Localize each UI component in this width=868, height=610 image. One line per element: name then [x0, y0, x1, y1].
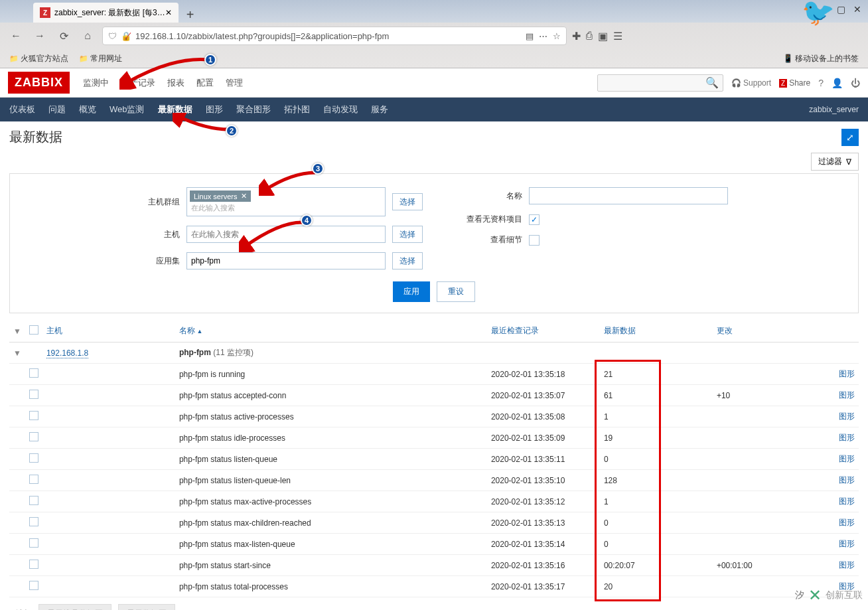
lastdata: 0 [600, 449, 713, 470]
nav-config[interactable]: 配置 [196, 77, 214, 89]
extension-icon[interactable]: ✚ [572, 30, 581, 42]
subnav-maps[interactable]: 拓扑图 [284, 104, 310, 115]
table-row: php-fpm status idle-processes 2020-02-01… [9, 427, 859, 449]
item-name: php-fpm status idle-processes [175, 427, 487, 449]
th-lastdata[interactable]: 最新数据 [604, 326, 636, 335]
nav-reports[interactable]: 报表 [167, 77, 184, 89]
url-bar[interactable]: 🛡 🔒̸ 192.168.1.10/zabbix/latest.php?grou… [102, 27, 567, 45]
nav-inventory[interactable]: 资产记录 [121, 77, 155, 89]
expand-button[interactable]: ⤢ [841, 129, 859, 146]
subnav-latestdata[interactable]: 最新数据 [158, 104, 192, 115]
th-name[interactable]: 名称 [179, 326, 195, 335]
checkbox-all[interactable] [25, 320, 42, 343]
host-link[interactable]: 192.168.1.8 [46, 348, 88, 358]
graph-link[interactable]: 图形 [839, 454, 855, 463]
row-checkbox[interactable] [29, 432, 38, 441]
filter-toggle[interactable]: 过滤器 ∇ [811, 153, 859, 171]
bookmark-star-icon[interactable]: ☆ [553, 31, 561, 41]
row-checkbox[interactable] [29, 581, 38, 590]
graph-link[interactable]: 图形 [839, 560, 855, 570]
data-table: ▼ 主机 名称 最近检查记录 最新数据 更改 ▼ 192.168.1.8 php… [9, 320, 859, 597]
subnav-discovery[interactable]: 自动发现 [323, 104, 358, 115]
library-icon[interactable]: ⎙ [586, 30, 593, 42]
subnav-overview[interactable]: 概览 [79, 104, 96, 115]
stacked-graph-button[interactable]: 显示堆叠数据图 [38, 604, 111, 610]
row-checkbox[interactable] [29, 517, 38, 526]
row-checkbox[interactable] [29, 368, 38, 378]
graph-button[interactable]: 显示数据图 [118, 604, 175, 610]
support-link[interactable]: 🎧 Support [731, 78, 771, 88]
change [713, 576, 799, 597]
bookmark-folder-2[interactable]: 常用网址 [79, 53, 122, 64]
browser-toolbar: ← → ⟳ ⌂ 🛡 🔒̸ 192.168.1.10/zabbix/latest.… [0, 23, 868, 49]
show-empty-checkbox[interactable]: ✓ [529, 214, 540, 225]
row-checkbox[interactable] [29, 475, 38, 484]
graph-link[interactable]: 图形 [839, 518, 855, 527]
table-row: php-fpm status accepted-conn 2020-02-01 … [9, 385, 859, 406]
select-hostgroup-button[interactable]: 选择 [392, 193, 423, 210]
select-application-button[interactable]: 选择 [392, 252, 423, 269]
subnav-problems[interactable]: 问题 [48, 104, 66, 115]
maximize-icon[interactable]: ▢ [837, 4, 845, 15]
close-window-icon[interactable]: ✕ [853, 4, 861, 15]
collapse-icon[interactable]: ▼ [13, 348, 21, 358]
new-tab-button[interactable]: + [186, 7, 194, 23]
browser-tab[interactable]: Z zabbix_server: 最新数据 [每3… ✕ [33, 3, 179, 23]
subnav-services[interactable]: 服务 [371, 104, 388, 115]
forward-button[interactable]: → [31, 27, 49, 45]
row-checkbox[interactable] [29, 496, 38, 505]
sidebar-icon[interactable]: ▣ [598, 30, 608, 42]
subnav-screens[interactable]: 聚合图形 [236, 104, 271, 115]
subnav-graphs[interactable]: 图形 [206, 104, 223, 115]
show-details-checkbox[interactable] [529, 235, 540, 246]
table-row: php-fpm status listen-queue-len 2020-02-… [9, 470, 859, 491]
select-host-button[interactable]: 选择 [392, 226, 423, 243]
main-nav: 监测中 资产记录 报表 配置 管理 [83, 77, 243, 89]
subnav-web[interactable]: Web监测 [109, 104, 145, 115]
more-icon[interactable]: ⋯ [539, 31, 547, 41]
graph-link[interactable]: 图形 [839, 475, 855, 485]
tab-title: zabbix_server: 最新数据 [每3… [54, 7, 165, 19]
user-icon[interactable]: 👤 [832, 78, 843, 88]
row-checkbox[interactable] [29, 453, 38, 463]
hostgroup-token[interactable]: Linux servers✕ [190, 191, 251, 202]
back-button[interactable]: ← [7, 27, 25, 45]
row-checkbox[interactable] [29, 411, 38, 420]
row-checkbox[interactable] [29, 390, 38, 399]
close-icon[interactable]: ✕ [241, 192, 247, 200]
graph-link[interactable]: 图形 [839, 390, 855, 400]
bookmark-folder-1[interactable]: 火狐官方站点 [9, 53, 68, 64]
name-input[interactable] [529, 187, 728, 204]
row-checkbox[interactable] [29, 538, 38, 548]
close-icon[interactable]: ✕ [165, 8, 172, 17]
share-link[interactable]: Share [779, 78, 810, 88]
graph-link[interactable]: 图形 [839, 433, 855, 442]
logout-icon[interactable]: ⏻ [851, 78, 860, 88]
nav-monitoring[interactable]: 监测中 [83, 77, 109, 89]
application-input[interactable] [186, 252, 386, 269]
search-input[interactable]: 🔍 [597, 74, 723, 92]
row-checkbox[interactable] [29, 560, 38, 569]
th-lastcheck[interactable]: 最近检查记录 [491, 326, 539, 335]
reload-button[interactable]: ⟳ [54, 27, 73, 45]
mobile-bookmarks[interactable]: 📱 移动设备上的书签 [783, 53, 859, 64]
reset-button[interactable]: 重设 [437, 281, 475, 302]
th-host[interactable]: 主机 [46, 326, 62, 335]
hostgroup-input[interactable]: Linux servers✕ 在此输入搜索 [186, 187, 386, 216]
apply-button[interactable]: 应用 [393, 281, 430, 302]
zabbix-logo[interactable]: ZABBIX [8, 72, 70, 94]
host-input[interactable] [186, 226, 386, 243]
nav-admin[interactable]: 管理 [226, 77, 243, 89]
th-change[interactable]: 更改 [717, 326, 733, 335]
subnav-dashboard[interactable]: 仪表板 [9, 104, 35, 115]
expand-col[interactable]: ▼ [9, 320, 25, 343]
graph-link[interactable]: 图形 [839, 369, 855, 378]
graph-link[interactable]: 图形 [839, 539, 855, 548]
bookmarks-bar: 火狐官方站点 常用网址 📱 移动设备上的书签 [0, 49, 868, 68]
reader-icon[interactable]: ▤ [526, 31, 534, 41]
graph-link[interactable]: 图形 [839, 412, 855, 421]
help-icon[interactable]: ? [818, 78, 824, 88]
menu-icon[interactable]: ☰ [613, 30, 622, 42]
home-button[interactable]: ⌂ [78, 27, 97, 45]
graph-link[interactable]: 图形 [839, 496, 855, 506]
